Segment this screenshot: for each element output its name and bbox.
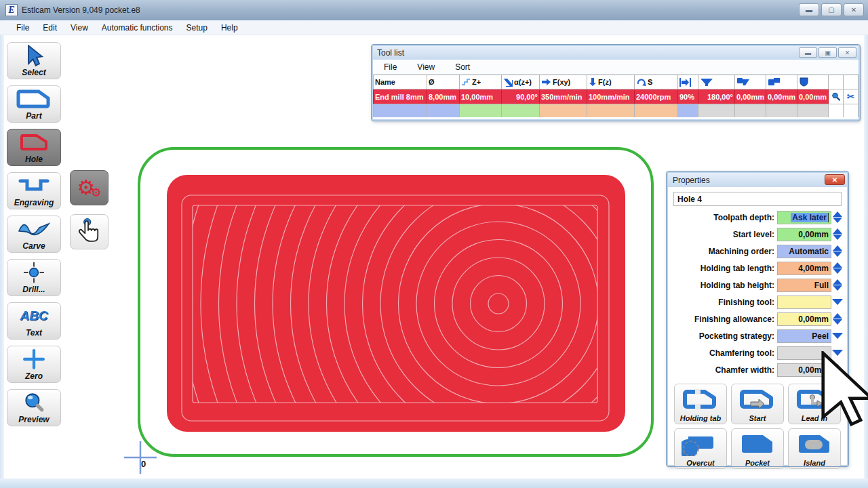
col-header-plunge-angle[interactable]: α(z+) [502, 75, 540, 89]
drill-tool-button[interactable]: Drill... [7, 259, 61, 296]
chamfer-width-field[interactable]: 0,00mm [777, 363, 831, 377]
text-tool-button[interactable]: ABC Text [7, 302, 61, 340]
finishing-tool-dropdown[interactable] [831, 296, 843, 309]
col-header-diameter[interactable]: Ø [427, 75, 460, 89]
strip-cell [829, 104, 844, 117]
menu-setup[interactable]: Setup [180, 21, 214, 35]
holding-tab-button[interactable]: Holding tab [674, 384, 727, 424]
start-button[interactable]: Start [731, 384, 784, 424]
tool-row-feed-xy[interactable]: 350mm/min [540, 89, 587, 104]
col-header-feed-xy[interactable]: F(xy) [540, 75, 587, 89]
menu-file[interactable]: File [9, 21, 36, 35]
close-button[interactable]: ✕ [844, 3, 864, 16]
automatic-functions-button[interactable]: ⚙⚙ [70, 170, 108, 205]
hole-name-input[interactable]: Hole 4 [673, 192, 842, 206]
tool-row-stepover[interactable]: 90% [678, 89, 698, 104]
tool-row-depth[interactable]: 10,00mm [460, 89, 502, 104]
holding-tab-length-spinner[interactable] [831, 262, 843, 275]
minimize-button[interactable]: ▬ [799, 3, 819, 16]
holding-tab-height-spinner[interactable] [831, 279, 843, 292]
finishing-allowance-spinner[interactable] [831, 312, 843, 326]
title-bar[interactable]: E Estlcam Version 9,049 pocket.e8 ▬ ▢ ✕ [0, 0, 868, 20]
col-header-delete[interactable] [844, 75, 859, 89]
tool-list-close-button[interactable]: ✕ [838, 47, 856, 58]
maximize-button[interactable]: ▢ [821, 3, 842, 16]
rotation-icon [636, 78, 646, 87]
part-shape-icon [7, 86, 60, 112]
col-header-protection[interactable] [797, 75, 829, 89]
tool-list-menu-sort[interactable]: Sort [455, 62, 470, 72]
tool-list-minimize-button[interactable]: ▬ [799, 47, 817, 58]
field-row: Finishing allowance: 0,00mm [668, 310, 847, 327]
col-header-feed-z[interactable]: F(z) [587, 75, 635, 89]
chevron-down-icon [832, 333, 843, 339]
col-header-tip-width[interactable] [735, 75, 766, 89]
tool-row-search-button[interactable] [829, 89, 844, 104]
strip-cell [678, 104, 698, 117]
chamfer-width-spinner[interactable] [831, 363, 843, 377]
properties-close-button[interactable]: ✕ [825, 174, 845, 185]
field-row: Start level: 0,00mm [668, 226, 847, 243]
manual-select-button[interactable] [70, 214, 108, 249]
lead-in-button[interactable]: Lead in [788, 384, 841, 424]
tool-row-tip-angle[interactable]: 180,00° [698, 89, 735, 104]
preview-button[interactable]: Preview [7, 389, 61, 426]
col-header-spindle[interactable]: S [635, 75, 678, 89]
col-header-stepover[interactable] [678, 75, 698, 89]
menu-help[interactable]: Help [214, 21, 245, 35]
start-level-field[interactable]: 0,00mm [777, 228, 831, 241]
holding-tab-height-field[interactable]: Full [777, 279, 831, 292]
select-tool-button[interactable]: Select [7, 42, 61, 79]
strip-cell [502, 104, 540, 117]
properties-buttons: Holding tab Start Lead in Overcut [668, 384, 847, 469]
zero-tool-button[interactable]: Zero [7, 346, 61, 383]
window-title: Estlcam Version 9,049 pocket.e8 [22, 5, 140, 15]
tool-row-feed-z[interactable]: 100mm/min [587, 89, 635, 104]
machining-order-field[interactable]: Automatic [777, 245, 831, 258]
tool-row-diameter[interactable]: 8,00mm [427, 89, 460, 104]
tool-list-menu-bar: File View Sort [373, 60, 859, 75]
engraving-tool-button[interactable]: Engraving [7, 172, 61, 209]
pocket-button[interactable]: Pocket [731, 428, 784, 469]
col-header-name[interactable]: Name [373, 75, 427, 89]
pocketing-strategy-field[interactable]: Peel [777, 329, 831, 343]
carve-tool-button[interactable]: Carve [7, 216, 61, 253]
menu-automatic-functions[interactable]: Automatic functions [95, 21, 180, 35]
machining-order-spinner[interactable] [831, 245, 843, 258]
overcut-button[interactable]: Overcut [674, 428, 727, 469]
tool-row-protection[interactable]: 0,00mm [797, 89, 829, 104]
toolpath-depth-spinner[interactable] [831, 211, 843, 224]
tool-row-spindle[interactable]: 24000rpm [635, 89, 678, 104]
col-header-tip-angle[interactable] [698, 75, 735, 89]
finishing-allowance-field[interactable]: 0,00mm [777, 312, 831, 326]
menu-edit[interactable]: Edit [36, 21, 64, 35]
tool-row-delete-button[interactable]: ✂ [844, 89, 859, 104]
menu-view[interactable]: View [64, 21, 95, 35]
tool-row-shaft[interactable]: 0,00mm [766, 89, 797, 104]
start-level-spinner[interactable] [831, 228, 843, 241]
part-tool-button[interactable]: Part [7, 85, 61, 123]
col-header-shaft[interactable] [766, 75, 797, 89]
vbit-cone-icon [700, 77, 713, 87]
field-row: Pocketing strategy: Peel [668, 327, 847, 344]
pocketing-strategy-dropdown[interactable] [831, 329, 843, 343]
hole-tool-button[interactable]: Hole [7, 129, 61, 166]
properties-title-bar[interactable]: Properties ✕ [668, 173, 847, 187]
toolpath-depth-field[interactable]: Ask later [777, 211, 831, 224]
plus-crosshair-icon [7, 346, 60, 372]
tool-list-title-bar[interactable]: Tool list ▬ ▣ ✕ [373, 46, 859, 60]
tool-row-tip-width[interactable]: 0,00mm [735, 89, 766, 104]
holding-tab-length-field[interactable]: 4,00mm [777, 262, 831, 275]
finishing-tool-field[interactable] [777, 296, 831, 309]
tool-table: Name Ø Z+ α(z+) F(xy) F(z) S [373, 75, 859, 117]
tool-list-restore-button[interactable]: ▣ [818, 47, 837, 58]
tool-list-menu-file[interactable]: File [384, 62, 397, 72]
tool-list-menu-view[interactable]: View [417, 62, 435, 72]
tool-row-name[interactable]: End mill 8mm [373, 89, 427, 104]
tool-row-plunge-angle[interactable]: 90,00° [502, 89, 540, 104]
col-header-depth[interactable]: Z+ [460, 75, 502, 89]
island-button[interactable]: Island [788, 428, 841, 469]
col-header-search[interactable] [829, 75, 844, 89]
chamfering-tool-field[interactable] [777, 346, 831, 360]
chamfering-tool-dropdown[interactable] [831, 346, 843, 360]
